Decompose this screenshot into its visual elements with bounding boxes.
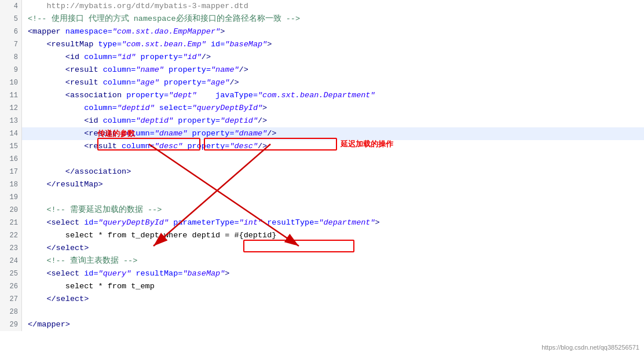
code-segment: "dept"	[169, 91, 197, 100]
line-number: 9	[0, 64, 22, 76]
line-number: 11	[0, 89, 22, 102]
code-segment: >	[375, 218, 380, 227]
code-segment: result	[70, 65, 98, 74]
code-segment: column=	[84, 104, 117, 112]
line-number: 6	[0, 25, 22, 38]
code-segment: <	[28, 78, 70, 87]
code-segment: >	[65, 320, 70, 329]
line-content: <id column="id" property="id"/>	[22, 51, 644, 64]
code-line: 21 <select id="queryDeptById" parameterT…	[0, 216, 644, 229]
code-segment: <	[28, 218, 52, 227]
code-segment: </	[28, 320, 37, 329]
code-segment: "int"	[239, 218, 263, 227]
code-segment: "desc"	[229, 142, 258, 151]
line-content: <result column="age" property="age"/>	[22, 76, 644, 89]
code-segment: </	[28, 180, 56, 189]
line-number: 22	[0, 229, 22, 242]
code-segment: property=	[187, 142, 229, 151]
line-content: column="deptid" select="queryDeptById">	[22, 102, 644, 115]
code-segment: <!--	[28, 256, 70, 265]
code-segment	[98, 116, 103, 125]
code-segment	[197, 91, 215, 100]
line-number: 21	[0, 216, 22, 229]
code-segment: />	[239, 65, 248, 74]
code-segment: 查询主表数据	[70, 256, 119, 265]
code-segment: property=	[169, 65, 211, 74]
code-segment: <!--	[28, 14, 52, 23]
code-segment: "dname"	[235, 129, 268, 138]
code-segment: select=	[159, 104, 192, 112]
code-segment: 需要延迟加载的数据	[70, 205, 143, 214]
code-segment	[98, 78, 103, 87]
line-content: <resultMap type="com.sxt.bean.Emp" id="b…	[22, 38, 644, 51]
line-number: 28	[0, 306, 22, 318]
code-segment: >	[98, 180, 103, 189]
code-segment	[206, 40, 211, 49]
code-segment: column=	[84, 53, 117, 61]
code-segment: "com.sxt.bean.Department"	[258, 91, 375, 100]
code-segment: resultType=	[267, 218, 319, 227]
code-segment: "name"	[136, 65, 164, 74]
code-segment	[159, 78, 164, 87]
line-number: 18	[0, 178, 22, 191]
line-content: <id column="deptid" property="deptid"/>	[22, 115, 644, 127]
code-line: 28	[0, 306, 644, 318]
line-content: </mapper>	[22, 318, 644, 331]
code-segment: >	[220, 27, 225, 36]
line-number: 14	[0, 127, 22, 140]
code-line: 17 </association>	[0, 166, 644, 178]
code-segment: javaType=	[215, 91, 258, 100]
line-content: select * from t_dept where deptid = #{de…	[22, 229, 644, 242]
code-segment: id	[89, 116, 98, 125]
code-segment: "desc"	[155, 142, 183, 151]
code-segment	[93, 40, 98, 49]
code-segment: property=	[140, 53, 182, 61]
code-line: 6<mapper namespace="com.sxt.dao.EmpMappe…	[0, 25, 644, 38]
line-number: 20	[0, 204, 22, 216]
code-segment: result	[70, 78, 98, 87]
code-segment: />	[258, 142, 267, 151]
code-segment: resultMap=	[136, 269, 182, 278]
code-line: 18 </resultMap>	[0, 178, 644, 191]
code-segment: association	[75, 167, 126, 176]
code-segment: "deptid"	[220, 116, 258, 125]
code-line: 5<!-- 使用接口 代理的方式 namespace必须和接口的全路径名称一致 …	[0, 13, 644, 25]
code-segment: <	[28, 129, 89, 138]
line-number: 23	[0, 242, 22, 255]
code-segment: http://mybatis.org/dtd/mybatis-3-mapper.…	[28, 2, 253, 10]
line-content: </select>	[22, 293, 644, 306]
code-segment: column=	[103, 65, 136, 74]
code-line: 20 <!-- 需要延迟加载的数据 -->	[0, 204, 644, 216]
code-segment	[187, 129, 192, 138]
code-line: 15 <result column="desc" property="desc"…	[0, 140, 644, 153]
code-segment: <	[28, 269, 52, 278]
line-number: 13	[0, 115, 22, 127]
code-segment: >	[126, 167, 131, 176]
code-segment	[98, 65, 103, 74]
code-segment: </	[28, 295, 56, 303]
code-segment: property=	[126, 91, 169, 100]
code-segment: 使用接口 代理的方式 namespace必须和接口的全路径名称一致	[52, 14, 281, 23]
code-segment: "query"	[98, 269, 131, 278]
code-segment: >	[267, 40, 272, 49]
line-content: <!-- 需要延迟加载的数据 -->	[22, 204, 644, 216]
code-line: 27 </select>	[0, 293, 644, 306]
code-segment: id=	[211, 40, 225, 49]
code-line: 23 </select>	[0, 242, 644, 255]
code-segment: </	[28, 244, 56, 252]
code-segment: resultMap	[52, 40, 94, 49]
code-segment: association	[70, 91, 122, 100]
code-segment	[164, 65, 169, 74]
code-line: 14 <result column="dname" property="dnam…	[0, 127, 644, 140]
code-segment: -->	[281, 14, 300, 23]
line-number: 8	[0, 51, 22, 64]
code-segment: resultMap	[56, 180, 98, 189]
code-segment: <	[28, 91, 70, 100]
code-segment: "deptid"	[117, 104, 155, 112]
line-content: </select>	[22, 242, 644, 255]
code-line: 12 column="deptid" select="queryDeptById…	[0, 102, 644, 115]
code-segment: -->	[119, 256, 137, 265]
code-segment	[155, 104, 159, 112]
code-segment: <	[28, 40, 52, 49]
code-line: 7 <resultMap type="com.sxt.bean.Emp" id=…	[0, 38, 644, 51]
